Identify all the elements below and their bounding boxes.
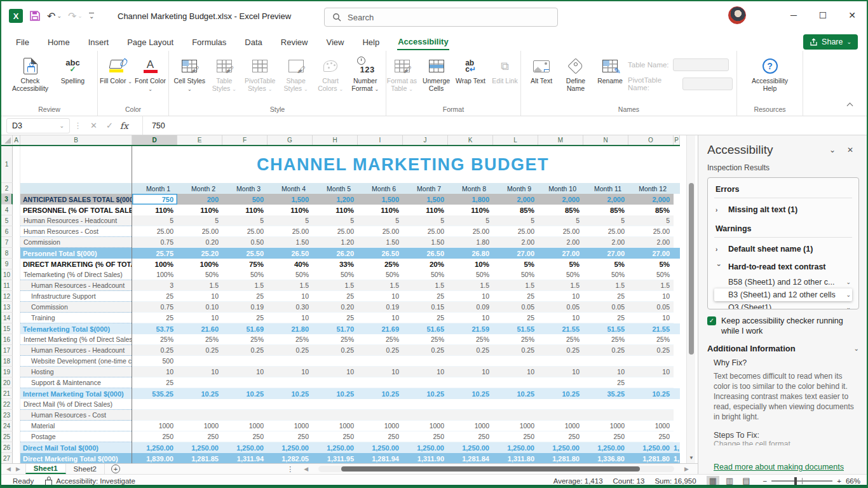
save-button[interactable] [29, 10, 41, 22]
cell[interactable]: 21.55 [628, 323, 674, 334]
row-header-20[interactable]: 20 [1, 377, 13, 388]
cell[interactable]: 250 [493, 431, 538, 442]
cell[interactable] [20, 183, 132, 194]
cell[interactable] [13, 442, 20, 453]
cell[interactable]: 100% [132, 269, 177, 280]
cell[interactable]: 10 [448, 291, 493, 302]
cell[interactable]: 2.00 [583, 237, 628, 248]
cell[interactable]: 1,250.00 [583, 442, 628, 453]
cell[interactable]: 20% [403, 259, 448, 269]
cell[interactable]: 1,250.00 [132, 442, 177, 453]
cell[interactable] [13, 237, 20, 248]
cell[interactable]: 110% [268, 205, 313, 215]
month-header-cell[interactable]: Month 11 [583, 183, 628, 194]
cell[interactable]: 110% [403, 205, 448, 215]
horizontal-scrollbar-thumb[interactable] [341, 466, 640, 471]
cell[interactable]: 1000 [538, 421, 583, 431]
month-header-cell[interactable]: Month 2 [177, 183, 222, 194]
cell[interactable]: 0.25 [448, 345, 493, 356]
cell[interactable]: 0.19 [358, 302, 403, 313]
vertical-scrollbar[interactable]: ▼ [686, 135, 695, 463]
row-header-26[interactable]: 26 [1, 442, 13, 453]
cell[interactable]: 25 [313, 313, 358, 323]
cell[interactable]: 0.50 [222, 237, 268, 248]
cell[interactable]: 25 [132, 377, 177, 388]
cell[interactable]: 1,250.00 [177, 442, 222, 453]
cell[interactable] [674, 215, 680, 226]
cell[interactable]: 0.25 [313, 345, 358, 356]
cell[interactable]: 25 [132, 313, 177, 323]
cell[interactable]: 25 [222, 291, 268, 302]
cell[interactable]: 85% [493, 205, 538, 215]
cell[interactable]: 2,000 [538, 194, 583, 205]
contrast-cell-item[interactable]: Q3 (Sheet1)⌄ [714, 301, 852, 309]
zoom-slider-thumb[interactable] [794, 477, 797, 485]
row-label[interactable]: DIRECT MARKETING (% OF TOTAL SALES) [20, 259, 132, 269]
cell[interactable]: 0.25 [583, 345, 628, 356]
cell[interactable]: 5% [583, 259, 628, 269]
share-button[interactable]: Share ⌄ [803, 34, 858, 50]
warning-hard-to-read-contrast[interactable]: › Hard-to-read text contrast [714, 258, 852, 276]
cell[interactable] [674, 269, 680, 280]
row-header-17[interactable]: 17 [1, 345, 13, 356]
cell[interactable]: 1000 [358, 421, 403, 431]
cell[interactable]: 35.25 [583, 388, 628, 399]
cell[interactable]: 1000 [628, 421, 674, 431]
cell[interactable] [222, 377, 268, 388]
row-header-27[interactable]: 27 [1, 453, 13, 463]
cell[interactable]: 25% [538, 334, 583, 345]
row-label[interactable]: Human Resources - Cost [20, 226, 132, 237]
minimize-button[interactable]: ─ [779, 1, 808, 29]
cell[interactable]: 1.5 [448, 280, 493, 291]
cell[interactable] [674, 194, 680, 205]
cell[interactable]: 85% [538, 205, 583, 215]
cell[interactable]: 5 [403, 215, 448, 226]
tab-data[interactable]: Data [244, 35, 262, 50]
cell[interactable]: 51.65 [403, 323, 448, 334]
cell[interactable]: 50% [583, 269, 628, 280]
cell[interactable]: 110% [358, 205, 403, 215]
cell[interactable]: 10 [358, 313, 403, 323]
cell[interactable]: 1,250.00 [222, 442, 268, 453]
chevron-down-icon[interactable]: ⌄ [843, 277, 851, 287]
name-box[interactable]: D3 ⌄ [6, 118, 70, 133]
cell[interactable] [268, 399, 313, 410]
cell[interactable] [674, 345, 680, 356]
cell[interactable]: 25.00 [493, 226, 538, 237]
cell[interactable]: 50% [628, 269, 674, 280]
cell[interactable] [13, 205, 20, 215]
normal-view-button[interactable]: ▦ [707, 476, 719, 485]
cell[interactable]: 1.5 [358, 280, 403, 291]
customize-qat-button[interactable]: ⌄ [89, 13, 94, 19]
cell[interactable]: 25% [403, 334, 448, 345]
cell[interactable]: 5 [358, 215, 403, 226]
cell[interactable]: 0.25 [132, 345, 177, 356]
cell[interactable]: 1,311.94 [222, 453, 268, 463]
cell[interactable]: 5 [448, 215, 493, 226]
cell[interactable] [628, 377, 674, 388]
row-label[interactable]: Human Resources - Cost [20, 410, 132, 421]
horizontal-scrollbar[interactable] [318, 466, 674, 472]
cell[interactable]: 50% [403, 269, 448, 280]
cell[interactable]: 50% [448, 269, 493, 280]
cell[interactable]: 51.55 [493, 323, 538, 334]
cell[interactable]: 25 [583, 291, 628, 302]
cell[interactable]: 27.00 [583, 248, 628, 259]
cell[interactable]: 250 [222, 431, 268, 442]
cell[interactable]: 25% [583, 334, 628, 345]
user-avatar[interactable] [728, 6, 746, 24]
cell[interactable]: 250 [358, 431, 403, 442]
alt-text-button[interactable]: Alt Text [525, 53, 558, 85]
cell[interactable]: 25 [222, 313, 268, 323]
new-sheet-button[interactable]: + [111, 464, 120, 473]
cell[interactable] [538, 356, 583, 367]
cell[interactable]: 0.15 [403, 302, 448, 313]
cell[interactable] [268, 377, 313, 388]
cell[interactable]: 1.5 [403, 280, 448, 291]
cell[interactable]: 25% [222, 334, 268, 345]
cell[interactable]: 535.25 [132, 388, 177, 399]
cell[interactable]: CHANNEL MARKETING BUDGET [132, 146, 674, 183]
keep-checker-running-checkbox[interactable]: ✓ Keep accessibility checker running whi… [707, 316, 859, 336]
cell[interactable] [583, 410, 628, 421]
cell[interactable]: 0.25 [628, 345, 674, 356]
